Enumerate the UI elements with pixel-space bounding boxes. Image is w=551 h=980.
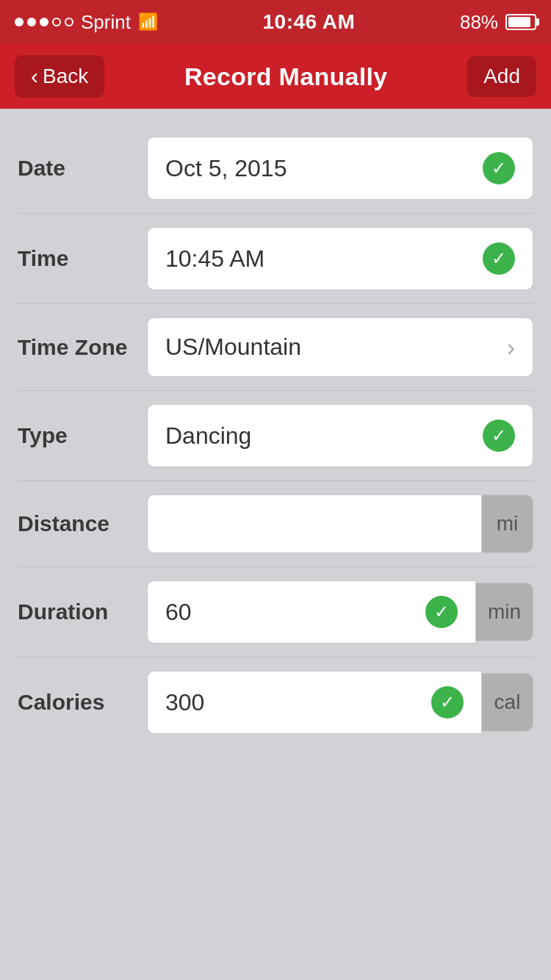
date-row: Date Oct 5, 2015 ✓ bbox=[0, 123, 551, 213]
duration-input[interactable]: 60 ✓ bbox=[147, 580, 476, 644]
calories-unit: cal bbox=[482, 673, 533, 732]
date-field-wrapper: Oct 5, 2015 ✓ bbox=[147, 137, 533, 200]
duration-label: Duration bbox=[18, 599, 135, 624]
add-button-label: Add bbox=[483, 65, 520, 87]
timezone-input[interactable]: US/Mountain › bbox=[147, 317, 533, 377]
duration-value: 60 bbox=[165, 599, 192, 626]
duration-row: Duration 60 ✓ min bbox=[0, 567, 551, 657]
time-value: 10:45 AM bbox=[165, 245, 264, 273]
status-time: 10:46 AM bbox=[262, 10, 355, 34]
add-button[interactable]: Add bbox=[467, 56, 536, 97]
back-arrow-icon: ‹ bbox=[31, 64, 38, 89]
type-input[interactable]: Dancing ✓ bbox=[147, 404, 533, 467]
back-button[interactable]: ‹ Back bbox=[15, 55, 104, 98]
timezone-field-wrapper: US/Mountain › bbox=[147, 317, 533, 377]
date-label: Date bbox=[18, 156, 135, 181]
battery-body bbox=[505, 14, 536, 30]
type-field-wrapper: Dancing ✓ bbox=[147, 404, 533, 467]
status-left: Sprint 📶 bbox=[15, 11, 158, 34]
back-button-label: Back bbox=[43, 65, 88, 88]
signal-dot-5 bbox=[65, 18, 73, 26]
time-check-icon: ✓ bbox=[483, 242, 515, 275]
calories-input[interactable]: 300 ✓ bbox=[147, 671, 482, 734]
calories-label: Calories bbox=[18, 690, 135, 715]
type-check-icon: ✓ bbox=[483, 419, 515, 452]
date-check-icon: ✓ bbox=[483, 152, 515, 184]
distance-input[interactable] bbox=[147, 494, 482, 553]
timezone-value: US/Mountain bbox=[165, 334, 301, 361]
signal-dot-1 bbox=[15, 18, 24, 26]
duration-check-icon: ✓ bbox=[425, 596, 458, 628]
distance-row: Distance mi bbox=[0, 481, 551, 566]
time-label: Time bbox=[18, 246, 135, 271]
signal-dot-4 bbox=[52, 18, 61, 26]
timezone-row: Time Zone US/Mountain › bbox=[0, 304, 551, 390]
date-value: Oct 5, 2015 bbox=[165, 155, 287, 182]
type-label: Type bbox=[18, 423, 135, 448]
signal-dots bbox=[15, 18, 73, 26]
page-title: Record Manually bbox=[184, 62, 388, 91]
timezone-label: Time Zone bbox=[18, 335, 135, 360]
distance-label: Distance bbox=[18, 511, 135, 536]
carrier-label: Sprint bbox=[81, 11, 131, 34]
calories-check-icon: ✓ bbox=[431, 686, 464, 718]
battery-percent: 88% bbox=[460, 11, 498, 34]
distance-unit: mi bbox=[482, 494, 533, 553]
status-right: 88% bbox=[460, 11, 536, 34]
type-value: Dancing bbox=[165, 422, 251, 450]
calories-value: 300 bbox=[165, 689, 204, 716]
battery-icon bbox=[505, 14, 536, 30]
calories-row: Calories 300 ✓ cal bbox=[0, 657, 551, 747]
signal-dot-3 bbox=[40, 18, 48, 26]
chevron-right-icon: › bbox=[507, 333, 515, 361]
type-row: Type Dancing ✓ bbox=[0, 391, 551, 480]
battery-fill bbox=[508, 17, 530, 27]
time-row: Time 10:45 AM ✓ bbox=[0, 214, 551, 303]
form-container: Date Oct 5, 2015 ✓ Time 10:45 AM ✓ Time … bbox=[0, 109, 551, 762]
nav-bar: ‹ Back Record Manually Add bbox=[0, 44, 551, 109]
status-bar: Sprint 📶 10:46 AM 88% bbox=[0, 0, 551, 44]
duration-field-wrapper: 60 ✓ min bbox=[147, 580, 533, 644]
signal-dot-2 bbox=[27, 18, 36, 26]
date-input[interactable]: Oct 5, 2015 ✓ bbox=[147, 137, 533, 200]
calories-field-wrapper: 300 ✓ cal bbox=[147, 671, 533, 734]
duration-unit: min bbox=[476, 583, 533, 641]
time-input[interactable]: 10:45 AM ✓ bbox=[147, 227, 533, 290]
distance-field-wrapper: mi bbox=[147, 494, 533, 553]
time-field-wrapper: 10:45 AM ✓ bbox=[147, 227, 533, 290]
wifi-icon: 📶 bbox=[138, 12, 158, 32]
